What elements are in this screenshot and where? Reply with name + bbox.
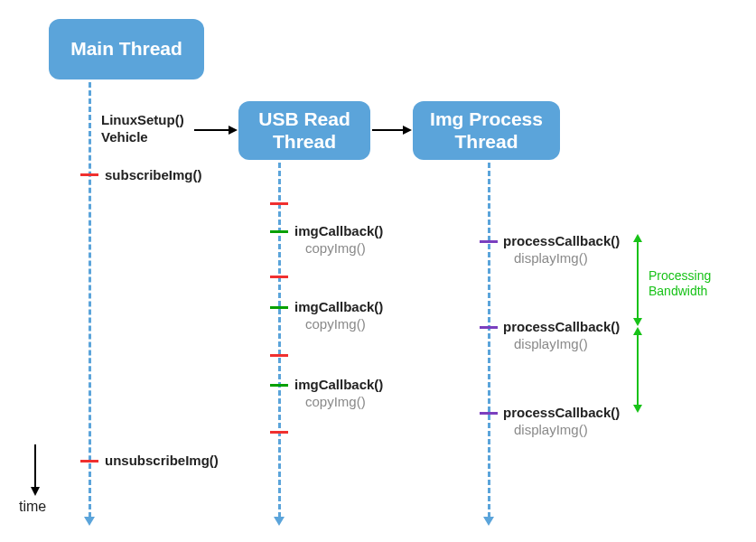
tick-usb-green-2 [270, 306, 288, 309]
bandwidth-arrow-1-down [633, 318, 642, 326]
timeline-main-arrow [84, 517, 95, 526]
timeline-imgproc [488, 163, 490, 518]
label-displayimg-1: displayImg() [514, 250, 588, 266]
arrow-usb-to-imgproc-head [403, 126, 412, 135]
label-displayimg-2: displayImg() [514, 336, 588, 351]
bandwidth-arrow-2-down [633, 405, 642, 413]
diagram-canvas: Main Thread USB Read Thread Img Process … [0, 0, 756, 542]
tick-unsubscribe [80, 460, 98, 463]
bandwidth-arrow-1 [637, 241, 639, 319]
time-arrow-line [34, 444, 36, 488]
arrow-usb-to-imgproc [372, 129, 404, 131]
arrow-main-to-usb-head [229, 126, 238, 135]
tick-usb-green-1 [270, 230, 288, 233]
tick-subscribe [80, 173, 98, 176]
label-imgcallback-1: imgCallback() [294, 223, 383, 238]
tick-usb-red-1a [270, 202, 288, 205]
label-copyimg-1: copyImg() [305, 240, 366, 256]
label-bandwidth-2: Bandwidth [649, 284, 707, 298]
label-processcallback-3: processCallback() [503, 405, 620, 420]
thread-box-usb: USB Read Thread [238, 101, 370, 160]
thread-box-imgproc: Img Process Thread [413, 101, 560, 160]
label-processcallback-2: processCallback() [503, 319, 620, 334]
timeline-usb-arrow [274, 517, 285, 526]
label-displayimg-3: displayImg() [514, 422, 588, 437]
tick-proc-3 [480, 412, 498, 415]
time-arrow-head [31, 487, 40, 496]
arrow-main-to-usb [194, 129, 229, 131]
label-linuxsetup: LinuxSetup() [101, 112, 184, 127]
label-subscribe: subscribeImg() [105, 167, 202, 182]
label-time: time [19, 499, 46, 515]
label-imgcallback-3: imgCallback() [294, 377, 383, 392]
label-copyimg-3: copyImg() [305, 394, 366, 409]
bandwidth-arrow-2 [637, 334, 639, 406]
label-processcallback-1: processCallback() [503, 233, 620, 248]
tick-proc-1 [480, 240, 498, 243]
thread-box-main: Main Thread [49, 19, 204, 79]
label-vehicle: Vehicle [101, 129, 148, 145]
label-unsubscribe: unsubscribeImg() [105, 453, 219, 468]
tick-proc-2 [480, 326, 498, 329]
tick-usb-red-1b [270, 276, 288, 278]
tick-usb-green-3 [270, 384, 288, 387]
tick-usb-red-2b [270, 354, 288, 357]
tick-usb-red-3b [270, 431, 288, 434]
label-imgcallback-2: imgCallback() [294, 299, 383, 314]
label-copyimg-2: copyImg() [305, 316, 366, 332]
timeline-usb [278, 163, 281, 518]
label-bandwidth-1: Processing [649, 268, 711, 283]
timeline-main [89, 82, 91, 518]
timeline-imgproc-arrow [483, 517, 494, 526]
